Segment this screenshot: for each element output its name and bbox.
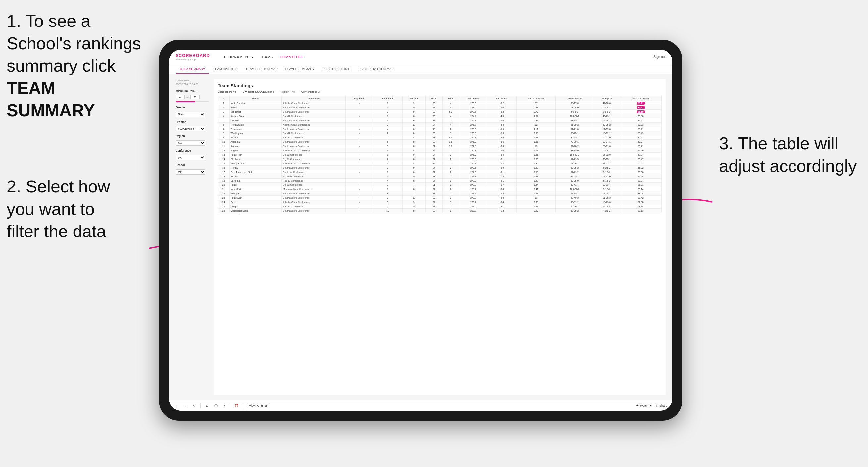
instruction-3: 3. The table will adjust accordingly xyxy=(719,132,858,177)
table-row: 15 Georgia Tech Atlantic Coast Conferenc… xyxy=(218,161,662,165)
filter-region: Region N/A xyxy=(176,134,209,146)
filter-school-label: School xyxy=(176,163,209,166)
toolbar-plus[interactable]: + xyxy=(222,403,226,408)
table-header-row: # School Conference Avg. Rank Conf. Rank… xyxy=(218,96,662,101)
table-row: 12 Virginia Atlantic Coast Conference - … xyxy=(218,148,662,153)
col-no-tour: No Tour xyxy=(402,96,425,101)
toolbar-clock[interactable]: ⏰ xyxy=(234,403,240,408)
table-row: 20 Texas Big 12 Conference - 3 7 21 2 27… xyxy=(218,183,662,187)
col-avg-rank: Avg. Rank xyxy=(345,96,373,101)
logo-sub: Powered by clippi xyxy=(176,58,210,61)
filter-gender-select[interactable]: Men's xyxy=(176,112,205,117)
col-wins: Wins xyxy=(442,96,459,101)
filter-region-label: Region xyxy=(176,134,209,138)
table-row: 14 Oklahoma Big 12 Conference - 2 8 24 2… xyxy=(218,157,662,161)
instruction-1: 1. To see a School's rankings summary cl… xyxy=(7,10,146,122)
table-row: 17 East Tennessee State Southern Confere… xyxy=(218,170,662,174)
table-row: 19 California Pac-12 Conference - 4 8 24… xyxy=(218,179,662,183)
filter-min-rounds-label: Minimum Rou... xyxy=(176,89,209,93)
toolbar-view-original[interactable]: View: Original xyxy=(247,403,270,408)
sub-nav-player-h2h-grid[interactable]: PLAYER H2H GRID xyxy=(318,64,355,74)
table-row: 8 Washington Pac-12 Conference - 2 8 23 … xyxy=(218,131,662,135)
filter-division-select[interactable]: NCAA Division I xyxy=(176,126,205,131)
filter-conference-label: Conference xyxy=(176,149,209,152)
table-row: 7 Tennessee Southeastern Conference - 4 … xyxy=(218,127,662,131)
app-header: SCOREBOARD Powered by clippi TOURNAMENTS… xyxy=(169,50,672,64)
eye-icon: 👁 xyxy=(636,404,639,407)
sub-nav-team-h2h-grid[interactable]: TEAM H2H GRID xyxy=(209,64,241,74)
col-avg-par: Avg. to Par xyxy=(487,96,517,101)
toolbar-refresh[interactable]: ↻ xyxy=(192,403,197,408)
main-content: Update time: 27/03/2024 16:56:26 Minimum… xyxy=(169,74,672,400)
toolbar-sep-3 xyxy=(243,403,243,408)
watch-arrow: ▼ xyxy=(649,404,652,407)
col-vs25: Vs Top 25 xyxy=(593,96,620,101)
standings-table: # School Conference Avg. Rank Conf. Rank… xyxy=(218,96,662,213)
filter-range-bar xyxy=(176,101,209,102)
sign-out-button[interactable]: Sign out xyxy=(653,55,665,59)
table-filter-row: Gender: Men's Division: NCAA Division I … xyxy=(218,90,662,93)
nav-item-teams[interactable]: TEAMS xyxy=(260,54,273,60)
share-label: Share xyxy=(659,404,667,407)
filter-minimum-rounds: Minimum Rou... – xyxy=(176,89,209,102)
sub-nav-team-h2h-heatmap[interactable]: TEAM H2H HEATMAP xyxy=(242,64,281,74)
nav-items: TOURNAMENTS TEAMS COMMITTEE xyxy=(223,54,644,60)
nav-item-committee[interactable]: COMMITTEE xyxy=(280,54,303,60)
filter-min-rounds-range: – xyxy=(176,94,209,100)
filter-min-input[interactable] xyxy=(176,95,185,99)
col-vs50: Vs Top 50 Points xyxy=(620,96,661,101)
filter-school: School (All) xyxy=(176,163,209,175)
toolbar-bookmark[interactable]: ◯ xyxy=(213,403,219,408)
table-filter-conference: Conference: All xyxy=(301,90,321,93)
sub-nav-player-summary[interactable]: PLAYER SUMMARY xyxy=(281,64,318,74)
table-row: 10 Alabama Southeastern Conference - 5 8… xyxy=(218,140,662,144)
col-school: School xyxy=(229,96,281,101)
toolbar-back[interactable]: ← xyxy=(174,403,180,408)
filter-gender: Gender Men's xyxy=(176,106,209,117)
table-row: 1 North Carolina Atlantic Coast Conferen… xyxy=(218,101,662,105)
logo-area: SCOREBOARD Powered by clippi xyxy=(176,53,210,61)
filter-region-select[interactable]: N/A xyxy=(176,141,205,146)
tablet-frame: SCOREBOARD Powered by clippi TOURNAMENTS… xyxy=(159,40,682,421)
col-adj-score: Adj. Score xyxy=(459,96,487,101)
filter-school-select[interactable]: (All) xyxy=(176,169,205,175)
table-row: 9 Arizona Pac-12 Conference - 2 8 23 4.6… xyxy=(218,135,662,140)
filter-range-fill xyxy=(176,101,195,102)
table-row: 23 Texas A&M Southeastern Conference - 9… xyxy=(218,196,662,200)
filter-gender-label: Gender xyxy=(176,106,209,109)
col-rank: # xyxy=(218,96,229,101)
sub-nav-team-summary[interactable]: TEAM SUMMARY xyxy=(176,64,209,74)
filter-conference-select[interactable]: (All) xyxy=(176,155,205,160)
toolbar-forward[interactable]: → xyxy=(183,403,188,408)
sub-nav-player-h2h-heatmap[interactable]: PLAYER H2H HEATMAP xyxy=(354,64,397,74)
filter-division-label: Division xyxy=(176,120,209,124)
col-overall: Overall Record xyxy=(556,96,593,101)
instruction-2: 2. Select how you want to filter the dat… xyxy=(7,176,132,243)
toolbar-watch[interactable]: 👁 Watch ▼ xyxy=(636,404,652,407)
table-filter-division: Division: NCAA Division I xyxy=(243,90,274,93)
toolbar-view-label: View: Original xyxy=(249,404,267,407)
sub-nav: TEAM SUMMARY TEAM H2H GRID TEAM H2H HEAT… xyxy=(169,64,672,74)
filter-max-input[interactable] xyxy=(190,95,200,99)
table-title: Team Standings xyxy=(218,83,662,88)
col-avg-low: Avg. Low Score xyxy=(517,96,556,101)
table-row: 21 New Mexico Mountain West Conference -… xyxy=(218,187,662,191)
toolbar-share-btn[interactable]: ⇧ Share xyxy=(656,404,667,407)
filter-conference: Conference (All) xyxy=(176,149,209,160)
share-icon: ⇧ xyxy=(656,404,658,407)
table-row: 16 Florida Southeastern Conference - 7 9… xyxy=(218,165,662,170)
table-row: 24 Duke Atlantic Coast Conference - 5 9 … xyxy=(218,200,662,204)
tablet-screen: SCOREBOARD Powered by clippi TOURNAMENTS… xyxy=(169,50,672,411)
toolbar-share-icon[interactable]: ▲ xyxy=(204,403,210,408)
nav-item-tournaments[interactable]: TOURNAMENTS xyxy=(223,54,253,60)
table-area: Team Standings Gender: Men's Division: N… xyxy=(214,79,665,395)
filter-division: Division NCAA Division I xyxy=(176,120,209,131)
col-rnds: Rnds xyxy=(425,96,442,101)
table-row: 6 Florida State Atlantic Coast Conferenc… xyxy=(218,123,662,127)
table-row: 18 Illinois Big Ten Conference - 1 9 23 … xyxy=(218,174,662,179)
table-row: 11 Arkansas Southeastern Conference - 3 … xyxy=(218,144,662,148)
table-row: 5 Ole Miss Southeastern Conference - 3 6… xyxy=(218,118,662,123)
table-row: 13 Texas Tech Big 12 Conference - 1 9 27… xyxy=(218,153,662,157)
watch-label: Watch xyxy=(640,404,648,407)
table-row: 3 Vanderbilt Southeastern Conference - 2… xyxy=(218,110,662,114)
